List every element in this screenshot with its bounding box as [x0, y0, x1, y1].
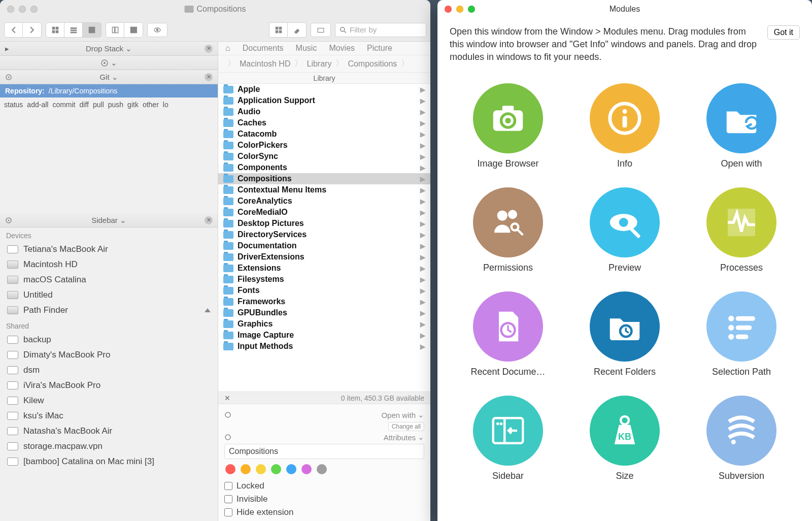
- expand-icon[interactable]: ▸: [5, 44, 9, 53]
- folder-row[interactable]: Audio▶: [218, 106, 430, 117]
- sidebar-header[interactable]: Sidebar ⌄ ✕: [0, 213, 218, 227]
- git-add-all[interactable]: add-all: [27, 101, 48, 109]
- arrange1-button[interactable]: [106, 23, 124, 37]
- hide-ext-checkbox[interactable]: Hide extension: [224, 506, 424, 519]
- folder-row[interactable]: Components▶: [218, 162, 430, 173]
- git-header[interactable]: Git ⌄ ✕: [0, 70, 218, 84]
- module-tile-recent-docume-[interactable]: Recent Docume…: [456, 291, 560, 377]
- close-panel-icon[interactable]: ✕: [205, 73, 213, 81]
- cancel-icon[interactable]: ✕: [224, 394, 230, 402]
- minimize-icon[interactable]: [456, 6, 463, 13]
- folder-row[interactable]: Desktop Pictures▶: [218, 218, 430, 229]
- git-other[interactable]: other: [143, 101, 159, 109]
- sidebar-item[interactable]: Macintosh HD: [0, 257, 218, 272]
- crumb-volume[interactable]: Macintosh HD: [240, 59, 290, 69]
- path-bar[interactable]: Macintosh HD Library Compositions: [218, 55, 430, 73]
- crumb-current[interactable]: Compositions: [348, 59, 397, 69]
- git-lo[interactable]: lo: [163, 101, 168, 109]
- sidebar-item[interactable]: Kilew: [0, 393, 218, 408]
- tag-color[interactable]: [286, 464, 296, 474]
- sidebar-item[interactable]: [bamboo] Catalina on Mac mini [3]: [0, 454, 218, 469]
- module-tile-preview[interactable]: Preview: [572, 187, 677, 273]
- sidebar-item[interactable]: Natasha's MacBook Air: [0, 424, 218, 439]
- folder-row[interactable]: DirectoryServices▶: [218, 229, 430, 240]
- name-input[interactable]: [224, 444, 424, 459]
- got-it-button[interactable]: Got it: [767, 25, 800, 40]
- view-list-button[interactable]: [64, 23, 83, 37]
- module-tile-size[interactable]: KBSize: [572, 396, 677, 481]
- sidebar-item[interactable]: ksu's iMac: [0, 408, 218, 424]
- arrange2-button[interactable]: [124, 23, 143, 37]
- folder-row[interactable]: Frameworks▶: [218, 296, 430, 307]
- gear-icon[interactable]: [5, 74, 12, 81]
- sidebar-item[interactable]: storage.macpaw.vpn: [0, 439, 218, 454]
- folder-row[interactable]: CoreMediaIO▶: [218, 207, 430, 218]
- folder-row[interactable]: Image Capture▶: [218, 330, 430, 341]
- zoom-icon[interactable]: [30, 6, 38, 13]
- module-tile-recent-folders[interactable]: Recent Folders: [572, 291, 677, 377]
- gear-icon[interactable]: [5, 217, 12, 224]
- module-tile-selection-path[interactable]: Selection Path: [689, 291, 794, 377]
- sidebar-item[interactable]: dsm: [0, 363, 218, 378]
- module-tile-processes[interactable]: Processes: [689, 187, 794, 273]
- drop-stack-sub[interactable]: ⌄: [0, 56, 218, 70]
- open-with-header[interactable]: Open with ⌄: [224, 408, 424, 421]
- module-tile-sidebar[interactable]: Sidebar: [456, 396, 560, 481]
- back-button[interactable]: [5, 23, 23, 37]
- folder-row[interactable]: Caches▶: [218, 117, 430, 128]
- tag-color[interactable]: [271, 464, 281, 474]
- view-icon-button[interactable]: [46, 23, 64, 37]
- folder-row[interactable]: Catacomb▶: [218, 128, 430, 140]
- git-push[interactable]: push: [108, 101, 123, 109]
- sidebar-item[interactable]: backup: [0, 332, 218, 347]
- tab-music[interactable]: Music: [296, 44, 317, 53]
- module-tile-info[interactable]: Info: [572, 83, 677, 169]
- git-pull[interactable]: pull: [93, 101, 104, 109]
- sidebar-item[interactable]: Path Finder: [0, 303, 218, 318]
- invisible-checkbox[interactable]: Invisible: [224, 493, 424, 506]
- folder-row[interactable]: Documentation▶: [218, 240, 430, 251]
- git-status[interactable]: status: [4, 101, 23, 109]
- git-diff[interactable]: diff: [80, 101, 89, 109]
- zoom-icon[interactable]: [468, 6, 475, 13]
- view-column-button[interactable]: [83, 23, 101, 37]
- drop-stack-header[interactable]: ▸ Drop Stack ⌄ ✕: [0, 42, 218, 56]
- change-all-button[interactable]: Change all: [388, 422, 424, 431]
- git-commit[interactable]: commit: [52, 101, 75, 109]
- close-icon[interactable]: [445, 6, 452, 13]
- tag-color[interactable]: [301, 464, 312, 474]
- gear-icon[interactable]: [224, 434, 231, 441]
- sidebar-item[interactable]: Tetiana's MacBook Air: [0, 242, 218, 257]
- gear-icon[interactable]: [224, 411, 231, 418]
- module-tile-open-with[interactable]: Open with: [689, 83, 794, 169]
- module-tile-image-browser[interactable]: Image Browser: [456, 83, 560, 169]
- action-button[interactable]: [269, 23, 288, 37]
- crumb-library[interactable]: Library: [307, 59, 331, 69]
- tools-button[interactable]: [288, 23, 306, 37]
- tag-color[interactable]: [317, 464, 327, 474]
- folder-row[interactable]: Fonts▶: [218, 285, 430, 296]
- sidebar-item[interactable]: iVira's MacBook Pro: [0, 378, 218, 393]
- tab-pictures[interactable]: Picture: [367, 44, 392, 53]
- eject-icon[interactable]: [205, 308, 211, 312]
- module-tile-permissions[interactable]: Permissions: [456, 187, 560, 273]
- close-panel-icon[interactable]: ✕: [205, 216, 213, 224]
- quicklook-button[interactable]: [147, 23, 167, 37]
- folder-row[interactable]: Extensions▶: [218, 263, 430, 274]
- file-list[interactable]: Apple▶Application Support▶Audio▶Caches▶C…: [218, 84, 430, 392]
- tab-documents[interactable]: Documents: [243, 44, 284, 53]
- folder-row[interactable]: GPUBundles▶: [218, 307, 430, 318]
- folder-row[interactable]: DriverExtensions▶: [218, 251, 430, 263]
- folder-row[interactable]: ColorPickers▶: [218, 140, 430, 151]
- folder-row[interactable]: Contextual Menu Items▶: [218, 184, 430, 196]
- home-icon[interactable]: ⌂: [225, 44, 230, 53]
- locked-checkbox[interactable]: Locked: [224, 479, 424, 493]
- folder-row[interactable]: Apple▶: [218, 84, 430, 95]
- forward-button[interactable]: [23, 23, 41, 37]
- close-panel-icon[interactable]: ✕: [205, 45, 213, 53]
- tag-color[interactable]: [241, 464, 251, 474]
- tag-color[interactable]: [225, 464, 235, 474]
- modules-titlebar[interactable]: Modules: [437, 0, 812, 18]
- folder-row[interactable]: ColorSync▶: [218, 151, 430, 162]
- folder-row[interactable]: CoreAnalytics▶: [218, 196, 430, 207]
